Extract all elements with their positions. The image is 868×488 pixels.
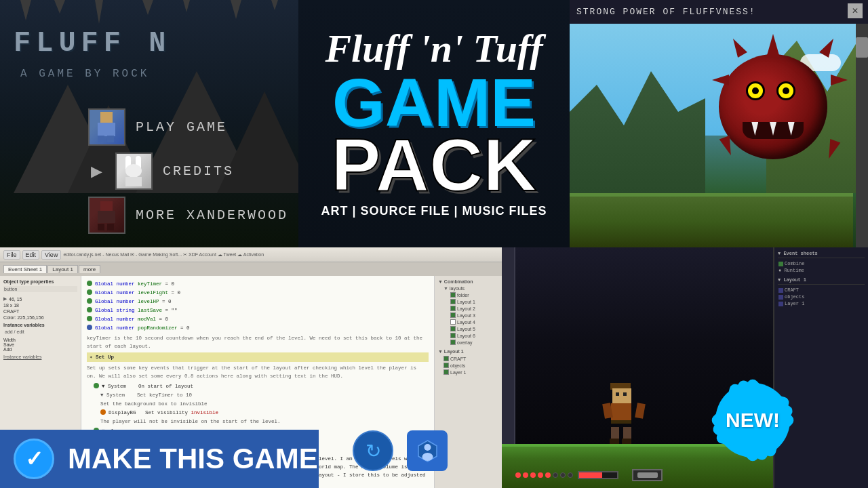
action-dot-2: [100, 409, 106, 415]
instance-variables-link[interactable]: Instance variables: [3, 354, 77, 359]
code-line-4: Global string lastSave = "": [87, 306, 429, 314]
credits-label: CREDITS: [163, 163, 234, 179]
stalactite-3: [95, 0, 103, 24]
er-layout-items: folder Layout 1 Layout 2: [450, 291, 498, 346]
bottom-cta-bar: ✓ MAKE THIS GAME: [0, 430, 319, 488]
er-item-layout3: Layout 3: [450, 312, 498, 319]
er-check-layout1: [450, 299, 456, 304]
er-check-layout5: [450, 326, 456, 331]
tool-3: Add: [3, 347, 77, 352]
rwall-layers-header: ▼ Layout 1: [778, 277, 865, 285]
code-line-6: Global number popRandomizer = 0: [87, 324, 429, 332]
er-item-craft: CRAFT: [443, 355, 498, 362]
er-label-craft: CRAFT: [450, 357, 466, 361]
setup-comment: Set up sets some key events that trigger…: [87, 364, 429, 380]
cta-text[interactable]: MAKE THIS GAME: [68, 443, 318, 475]
tab-active[interactable]: Event Sheet 1: [3, 265, 47, 273]
dot-6: [87, 325, 92, 330]
scrollbar-right[interactable]: [856, 24, 868, 247]
action-comment-1: Set the background box to invisible: [100, 400, 429, 408]
arrow-indicator: ▶: [88, 163, 105, 180]
sub-labels: ART | SOURCE FILE | MUSIC FILES: [321, 204, 547, 218]
er-items: ▼ layouts folder Layout 1: [443, 285, 498, 346]
er-label-layer1: Layer 1: [450, 370, 466, 375]
more-icon: [88, 197, 125, 234]
weapon-shape: [637, 472, 658, 478]
center-panel: Fluff 'n' Tuff GAME PACK ART | SOURCE FI…: [298, 0, 570, 247]
play-icon: [88, 108, 125, 146]
er-label-folder: folder: [457, 293, 469, 298]
er-item-layer1: Layer 1: [443, 369, 498, 375]
starburst-wrapper: NEW!: [715, 383, 790, 458]
menu-item-play[interactable]: PLAY GAME: [88, 108, 288, 146]
top-right-header: STRONG POWER OF FLUFFVNESS! ✕: [570, 0, 868, 24]
size-label: 18 x 18: [3, 303, 77, 308]
er-check-folder: [450, 292, 456, 298]
pack-word: PACK: [331, 133, 537, 197]
stalactite-5: [183, 0, 190, 12]
new-badge-container: NEW!: [709, 376, 797, 464]
er-label-layouts: layouts: [450, 286, 465, 291]
er-label-layout1: Layout 1: [457, 300, 475, 304]
code-line-5: Global number modVal = 0: [87, 315, 429, 323]
sidebar-type-section: button: [3, 286, 77, 292]
hex-icon[interactable]: [407, 430, 448, 471]
stalactite-7: [271, 0, 278, 10]
color-prop: Color: 225,156,156: [3, 315, 77, 320]
type-label: button: [3, 286, 77, 292]
code-text-3: Global number levelHP = 0: [95, 298, 172, 306]
top-right-game-screenshot: STRONG POWER OF FLUFFVNESS! ✕: [570, 0, 868, 247]
er-check-layout4: [450, 319, 456, 325]
er-label-objects: objects: [450, 363, 465, 368]
tab-3[interactable]: more: [79, 265, 100, 273]
checkmark-icon: ✓: [25, 446, 43, 472]
rwall-header: ▼ Event sheets: [778, 251, 865, 258]
layer-label-obj: objects: [785, 294, 804, 300]
bottom-right-game-screenshot: ▼ Event sheets Combine ♦ Runtime ▼ Layou…: [502, 247, 868, 488]
hud-area: [515, 469, 663, 481]
pixel-health-bar: [578, 471, 618, 479]
setup-header: ✦ Set Up: [87, 352, 429, 362]
er-label-layout2: Layout 2: [457, 306, 475, 311]
er-item-folder: folder: [450, 291, 498, 298]
svg-point-2: [422, 453, 433, 461]
checkmark-circle: ✓: [14, 439, 54, 479]
sys-dot-1: [94, 383, 99, 388]
size-prop: ▶46, 15: [3, 296, 77, 302]
stalactite-4: [142, 0, 153, 15]
rwall-layer-craft: CRAFT: [778, 287, 865, 293]
close-button[interactable]: ✕: [848, 3, 863, 18]
hp-orb-4: [538, 472, 543, 478]
comment-line-1: keyTimer is the 10 second countdown when…: [87, 334, 429, 350]
code-text-5: Global number modVal = 0: [95, 315, 168, 323]
refresh-icon: ↻: [366, 440, 381, 462]
er-label-layout6: Layout 6: [457, 333, 475, 338]
hp-orb-1: [515, 472, 521, 478]
rwall-es2: ♦ Runtime: [778, 267, 865, 274]
stalactite-2: [54, 0, 65, 14]
code-line-3: Global number levelHP = 0: [87, 298, 429, 306]
menu-item-more[interactable]: MORE XANDERWOOD: [88, 197, 288, 234]
er-item-overlay: overlay: [450, 339, 498, 346]
refresh-circle-icon[interactable]: ↻: [353, 430, 393, 471]
er-layers-section: ▼ Layout 1 CRAFT objects Layer 1: [438, 349, 498, 375]
action-text-2: DisplayBG Set visibility invisible: [108, 409, 218, 417]
menu-item-credits[interactable]: ▶ CREDITS: [88, 152, 288, 190]
code-line-1: Global number keyTimer = 0: [87, 280, 429, 288]
tool-1: Width: [3, 338, 77, 342]
health-bar: [515, 471, 618, 479]
tab-2[interactable]: Layout 1: [47, 265, 78, 273]
more-xanderwood-label: MORE XANDERWOOD: [136, 207, 288, 223]
er-item-layout6: Layout 6: [450, 332, 498, 339]
er-item-layout1: Layout 1: [450, 298, 498, 305]
toolbar-btn-1[interactable]: File: [3, 250, 20, 260]
action-line-2: DisplayBG Set visibility invisible: [100, 409, 429, 417]
toolbar-btn-2[interactable]: Edit: [22, 250, 40, 260]
toolbar-btn-3[interactable]: View: [41, 250, 61, 260]
game-title-fluff: FLUFF N: [14, 27, 171, 60]
code-text-2: Global number levelFight = 0: [95, 289, 180, 297]
layer-icon-craft: [778, 288, 783, 293]
variables-header: Instance variables: [3, 323, 77, 327]
health-fill: [579, 472, 602, 478]
er-check-layout2: [450, 306, 456, 311]
